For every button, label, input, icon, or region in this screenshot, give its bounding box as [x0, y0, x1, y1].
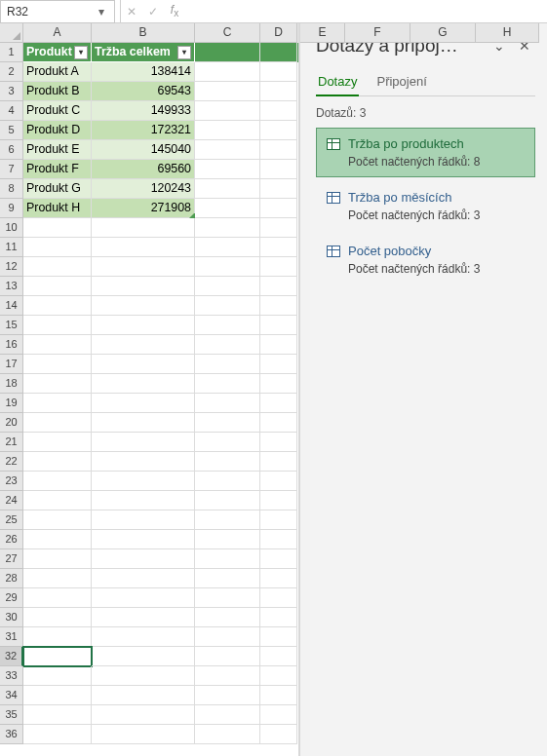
- cell[interactable]: [195, 530, 260, 549]
- cell[interactable]: [23, 627, 92, 647]
- query-item[interactable]: Tržba po měsících Počet načtených řádků:…: [316, 181, 535, 231]
- cell[interactable]: [23, 666, 92, 686]
- cell-trzba[interactable]: 145040: [92, 140, 195, 160]
- row-header[interactable]: 16: [0, 335, 23, 355]
- cell[interactable]: [92, 257, 195, 277]
- cell[interactable]: [92, 355, 195, 374]
- row-header[interactable]: 7: [0, 160, 23, 179]
- filter-icon[interactable]: ▾: [74, 46, 88, 59]
- cell[interactable]: [23, 335, 92, 355]
- cell-produkt[interactable]: Produkt C: [23, 101, 92, 121]
- select-all-corner[interactable]: [0, 23, 23, 43]
- row-header[interactable]: 2: [0, 62, 23, 82]
- cell[interactable]: [92, 510, 195, 530]
- cell[interactable]: [260, 82, 297, 101]
- row-header[interactable]: 24: [0, 491, 23, 510]
- row-header[interactable]: 13: [0, 277, 23, 296]
- cell[interactable]: [92, 413, 195, 433]
- cell[interactable]: [260, 121, 297, 140]
- cell-produkt[interactable]: Produkt E: [23, 140, 92, 160]
- cell[interactable]: [260, 608, 297, 627]
- cell[interactable]: [260, 394, 297, 413]
- cell[interactable]: [260, 530, 297, 549]
- row-header[interactable]: 21: [0, 433, 23, 452]
- row-header[interactable]: 25: [0, 510, 23, 530]
- cell[interactable]: [260, 647, 297, 666]
- cell[interactable]: [23, 355, 92, 374]
- row-header[interactable]: 17: [0, 355, 23, 374]
- cell[interactable]: [260, 101, 297, 121]
- row-header[interactable]: 34: [0, 686, 23, 705]
- cell-trzba[interactable]: 271908: [92, 199, 195, 218]
- cell-produkt[interactable]: Produkt D: [23, 121, 92, 140]
- cell[interactable]: [260, 705, 297, 725]
- cell[interactable]: [195, 588, 260, 608]
- row-header[interactable]: 14: [0, 296, 23, 316]
- cell[interactable]: [260, 277, 297, 296]
- cell[interactable]: [195, 608, 260, 627]
- cell[interactable]: [23, 588, 92, 608]
- cell[interactable]: [195, 316, 260, 335]
- cell[interactable]: [23, 510, 92, 530]
- cell[interactable]: [23, 277, 92, 296]
- cell[interactable]: [92, 238, 195, 257]
- cell[interactable]: [260, 374, 297, 394]
- cell[interactable]: [195, 686, 260, 705]
- cell[interactable]: [195, 62, 260, 82]
- cell[interactable]: [195, 569, 260, 588]
- col-header-g[interactable]: G: [410, 23, 476, 43]
- cell[interactable]: [260, 238, 297, 257]
- row-header[interactable]: 20: [0, 413, 23, 433]
- cell[interactable]: [92, 472, 195, 491]
- cell[interactable]: [195, 413, 260, 433]
- cell[interactable]: [195, 647, 260, 666]
- cell[interactable]: [23, 608, 92, 627]
- cell[interactable]: [260, 627, 297, 647]
- cell[interactable]: [260, 510, 297, 530]
- cell[interactable]: [195, 140, 260, 160]
- cell[interactable]: [195, 238, 260, 257]
- cell[interactable]: [260, 199, 297, 218]
- row-header[interactable]: 22: [0, 452, 23, 472]
- cell-trzba[interactable]: 149933: [92, 101, 195, 121]
- cell[interactable]: [195, 394, 260, 413]
- cell[interactable]: [92, 530, 195, 549]
- cell[interactable]: [92, 608, 195, 627]
- cell[interactable]: [195, 296, 260, 316]
- row-header[interactable]: 10: [0, 218, 23, 238]
- cell[interactable]: [195, 82, 260, 101]
- cell[interactable]: [195, 549, 260, 569]
- cell[interactable]: [260, 491, 297, 510]
- cell[interactable]: [92, 296, 195, 316]
- cell[interactable]: [195, 510, 260, 530]
- cell[interactable]: [92, 647, 195, 666]
- cell[interactable]: [260, 218, 297, 238]
- cell-trzba[interactable]: 69560: [92, 160, 195, 179]
- row-header[interactable]: 19: [0, 394, 23, 413]
- cell[interactable]: [92, 394, 195, 413]
- row-header[interactable]: 36: [0, 725, 23, 744]
- cell[interactable]: [195, 101, 260, 121]
- cell[interactable]: [23, 374, 92, 394]
- cell[interactable]: [92, 588, 195, 608]
- query-item[interactable]: Počet pobočky Počet načtených řádků: 3: [316, 235, 535, 284]
- cell[interactable]: [195, 160, 260, 179]
- cell[interactable]: [260, 666, 297, 686]
- cell[interactable]: [260, 725, 297, 744]
- cell[interactable]: [92, 335, 195, 355]
- cell[interactable]: [195, 725, 260, 744]
- cell[interactable]: [92, 491, 195, 510]
- cell[interactable]: [260, 160, 297, 179]
- col-header-c[interactable]: C: [195, 23, 260, 43]
- row-header[interactable]: 31: [0, 627, 23, 647]
- cell[interactable]: [260, 62, 297, 82]
- row-header[interactable]: 35: [0, 705, 23, 725]
- row-header[interactable]: 23: [0, 472, 23, 491]
- cell[interactable]: [260, 335, 297, 355]
- cell[interactable]: [23, 686, 92, 705]
- cell[interactable]: [23, 238, 92, 257]
- cell[interactable]: [23, 491, 92, 510]
- row-header[interactable]: 30: [0, 608, 23, 627]
- cell[interactable]: [92, 725, 195, 744]
- row-header[interactable]: 8: [0, 179, 23, 199]
